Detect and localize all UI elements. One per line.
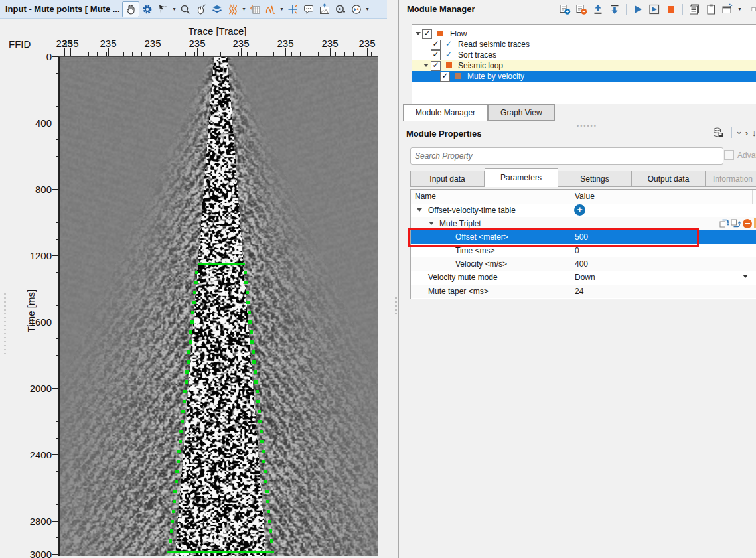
seismic-image[interactable] <box>58 56 378 556</box>
add-row-icon[interactable]: + <box>574 204 585 216</box>
horizontal-splitter-handle[interactable]: •••••• <box>577 123 597 129</box>
new-window-dropdown-icon[interactable]: ▾ <box>737 6 743 12</box>
comment-icon[interactable] <box>301 2 317 17</box>
export-image-icon[interactable] <box>317 2 333 17</box>
left-edge-splitter-handle[interactable] <box>4 293 6 356</box>
x-tick-label: 235 <box>62 38 78 49</box>
paste-icon[interactable] <box>704 3 718 16</box>
axis-tick <box>132 52 133 56</box>
select-mode-dropdown-icon[interactable]: ▾ <box>171 6 177 12</box>
row-velocity-mute-mode[interactable]: Velocity mute mode Down <box>411 271 756 285</box>
tab-settings[interactable]: Settings <box>558 171 632 187</box>
clipped-chevron-icon[interactable]: ↓ <box>752 128 755 138</box>
tree-item-read-seismic-traces[interactable]: ✓ ✓ Read seismic traces <box>412 39 756 50</box>
axis-tick <box>344 52 345 56</box>
tree-item-seismic-loop[interactable]: ✓ Seismic loop <box>412 60 756 71</box>
tab-graph-view[interactable]: Graph View <box>488 104 554 121</box>
measure-icon[interactable] <box>333 2 348 17</box>
param-name: Offset-velocity-time table <box>428 206 516 215</box>
tab-information: Information <box>706 171 756 187</box>
tab-parameters[interactable]: Parameters <box>485 168 558 187</box>
insert-row-above-icon[interactable] <box>719 218 729 228</box>
add-module-icon[interactable] <box>558 3 572 16</box>
axis-tick <box>106 52 107 56</box>
remove-module-icon[interactable] <box>574 3 589 16</box>
collapse-icon[interactable] <box>429 222 434 225</box>
run-frame-icon[interactable] <box>647 3 662 16</box>
new-window-icon[interactable] <box>720 3 735 16</box>
tab-output-data[interactable]: Output data <box>632 171 706 187</box>
param-name: Time <ms> <box>455 246 495 255</box>
wiggle-display-dropdown-icon[interactable]: ▾ <box>241 6 247 12</box>
compass-icon[interactable] <box>348 2 364 17</box>
chevron-down-icon[interactable]: › <box>735 131 745 134</box>
sort-traces-checkbox[interactable]: ✓ <box>431 50 441 60</box>
layers-icon[interactable] <box>209 2 225 17</box>
table-header: Name Value <box>411 190 756 204</box>
save-table-icon[interactable] <box>711 126 725 139</box>
panel-splitter-handle[interactable] <box>395 297 397 317</box>
param-name: Offset <meter> <box>455 232 508 242</box>
histogram-dropdown-icon[interactable]: ▾ <box>279 6 285 12</box>
select-mode-icon[interactable] <box>155 2 171 17</box>
insert-row-below-icon[interactable] <box>731 218 741 228</box>
trace-table-icon[interactable] <box>247 2 263 17</box>
axis-tick <box>291 52 292 56</box>
param-value[interactable]: 0 <box>575 246 579 255</box>
search-property-input[interactable] <box>410 147 723 165</box>
param-value[interactable]: 24 <box>575 287 583 296</box>
param-value[interactable]: Down <box>575 273 595 282</box>
pan-hand-icon[interactable] <box>122 1 139 17</box>
row-mute-taper[interactable]: Mute taper <ms> 24 <box>411 285 756 298</box>
row-time-ms[interactable]: Time <ms> 0 <box>411 244 756 257</box>
advanced-checkbox[interactable] <box>724 150 734 160</box>
tab-module-manager[interactable]: Module Manager <box>403 104 488 121</box>
y-tick-label: 0 <box>20 51 52 62</box>
wiggle-display-icon[interactable] <box>225 2 241 17</box>
compass-dropdown-icon[interactable]: ▾ <box>364 6 370 12</box>
axis-tick <box>153 48 153 56</box>
crosshair-icon[interactable] <box>285 2 301 17</box>
histogram-icon[interactable] <box>263 2 279 17</box>
param-value[interactable]: 500 <box>575 232 588 242</box>
view-tabs: Module Manager Graph View <box>403 104 555 121</box>
collapse-icon[interactable] <box>417 208 422 212</box>
row-offset-meter[interactable]: Offset <meter> 500 <box>411 230 756 244</box>
tree-item-mute-by-velocity[interactable]: ✓ Mute by velocity <box>412 71 756 82</box>
row-mute-triplet[interactable]: Mute Triplet <box>411 217 756 230</box>
clipped-toolbar-icon[interactable] <box>751 3 756 16</box>
read-traces-checkbox[interactable]: ✓ <box>431 40 441 50</box>
param-name: Velocity <m/s> <box>455 259 507 269</box>
axis-tick <box>327 52 327 56</box>
viewer-toolbar: Input - Mute points [ Mute ... ▾ ▾ <box>0 0 398 19</box>
zoom-icon[interactable] <box>177 2 193 17</box>
log-icon[interactable] <box>687 3 702 16</box>
axis-tick <box>285 48 286 56</box>
row-velocity-ms[interactable]: Velocity <m/s> 400 <box>411 257 756 271</box>
axis-tick <box>80 52 80 56</box>
mouse-tool-icon[interactable] <box>193 2 209 17</box>
seismic-loop-checkbox[interactable]: ✓ <box>431 61 441 71</box>
param-value[interactable]: 400 <box>575 259 588 269</box>
collapse-icon[interactable] <box>416 32 421 35</box>
tree-item-sort-traces[interactable]: ✓ ✓ Sort traces <box>412 50 756 60</box>
x-axis-title: Trace [Trace] <box>58 25 376 36</box>
collapse-icon[interactable] <box>423 64 429 67</box>
row-offset-velocity-time-table[interactable]: Offset-velocity-time table + <box>411 204 756 217</box>
dropdown-caret-icon[interactable] <box>743 275 748 278</box>
move-down-icon[interactable] <box>607 3 622 16</box>
flow-checkbox[interactable]: ✓ <box>422 29 432 39</box>
chevron-right-icon[interactable]: › <box>745 128 748 138</box>
module-square-icon <box>437 31 443 36</box>
mute-by-velocity-checkbox[interactable]: ✓ <box>440 72 450 82</box>
move-up-icon[interactable] <box>591 3 605 16</box>
tree-item-flow[interactable]: ✓ Flow <box>412 29 756 39</box>
tab-input-data[interactable]: Input data <box>410 171 485 187</box>
settings-gear-icon[interactable] <box>139 2 155 17</box>
panel-splitter[interactable] <box>387 0 398 558</box>
axis-tick <box>141 52 142 56</box>
stop-icon[interactable] <box>664 3 678 16</box>
delete-row-icon[interactable] <box>742 218 753 229</box>
run-icon[interactable] <box>631 3 645 16</box>
parameter-table: Name Value Offset-velocity-time table + … <box>410 189 756 299</box>
